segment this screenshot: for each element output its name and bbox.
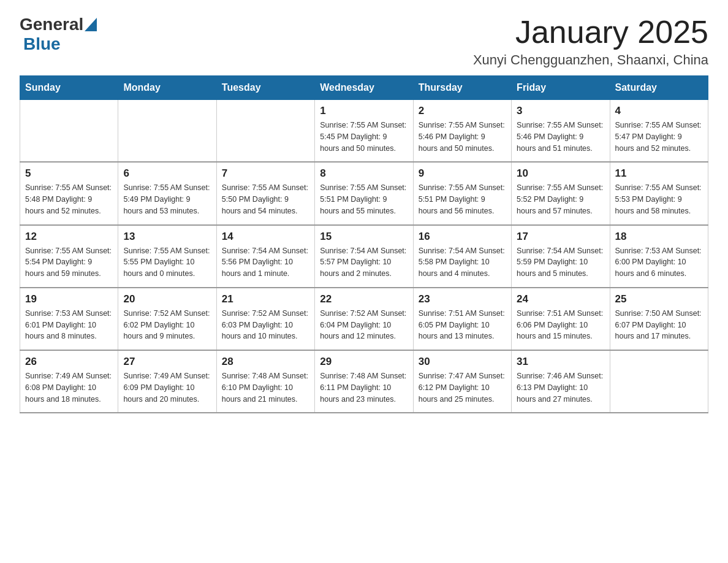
day-number: 21 [222, 293, 309, 305]
weekday-header-tuesday: Tuesday [216, 76, 314, 100]
logo-general-text: General [20, 15, 83, 34]
calendar-cell: 17Sunrise: 7:54 AM Sunset: 5:59 PM Dayli… [512, 225, 610, 288]
day-info: Sunrise: 7:47 AM Sunset: 6:12 PM Dayligh… [419, 370, 506, 405]
day-number: 15 [320, 231, 408, 243]
title-block: January 2025 Xunyi Chengguanzhen, Shaanx… [473, 15, 708, 68]
day-info: Sunrise: 7:55 AM Sunset: 5:51 PM Dayligh… [419, 182, 506, 216]
calendar-cell: 30Sunrise: 7:47 AM Sunset: 6:12 PM Dayli… [413, 350, 511, 413]
day-number: 23 [419, 293, 506, 305]
day-info: Sunrise: 7:48 AM Sunset: 6:11 PM Dayligh… [320, 370, 408, 405]
day-info: Sunrise: 7:52 AM Sunset: 6:02 PM Dayligh… [123, 308, 211, 342]
logo-blue-text: Blue [23, 34, 61, 54]
calendar-cell [20, 100, 118, 163]
day-info: Sunrise: 7:52 AM Sunset: 6:04 PM Dayligh… [320, 308, 408, 342]
day-info: Sunrise: 7:54 AM Sunset: 5:59 PM Dayligh… [517, 245, 604, 280]
calendar-cell [610, 350, 708, 413]
calendar-cell: 11Sunrise: 7:55 AM Sunset: 5:53 PM Dayli… [610, 162, 708, 224]
day-number: 14 [222, 231, 309, 243]
day-number: 25 [615, 293, 703, 305]
day-info: Sunrise: 7:49 AM Sunset: 6:08 PM Dayligh… [25, 370, 113, 405]
day-number: 20 [123, 293, 211, 305]
day-number: 19 [25, 293, 113, 305]
calendar-header-row: SundayMondayTuesdayWednesdayThursdayFrid… [20, 76, 708, 100]
calendar-table: SundayMondayTuesdayWednesdayThursdayFrid… [20, 75, 708, 413]
day-number: 2 [419, 105, 506, 117]
day-number: 1 [320, 105, 408, 117]
calendar-week-row: 5Sunrise: 7:55 AM Sunset: 5:48 PM Daylig… [20, 162, 708, 224]
calendar-cell: 16Sunrise: 7:54 AM Sunset: 5:58 PM Dayli… [413, 225, 511, 288]
calendar-cell: 24Sunrise: 7:51 AM Sunset: 6:06 PM Dayli… [512, 288, 610, 350]
day-number: 27 [123, 356, 211, 368]
day-info: Sunrise: 7:55 AM Sunset: 5:53 PM Dayligh… [615, 182, 703, 216]
calendar-cell: 22Sunrise: 7:52 AM Sunset: 6:04 PM Dayli… [315, 288, 413, 350]
day-number: 31 [517, 356, 604, 368]
day-info: Sunrise: 7:55 AM Sunset: 5:55 PM Dayligh… [123, 245, 211, 280]
calendar-cell: 1Sunrise: 7:55 AM Sunset: 5:45 PM Daylig… [315, 100, 413, 163]
weekday-header-friday: Friday [512, 76, 610, 100]
day-number: 28 [222, 356, 309, 368]
calendar-cell: 31Sunrise: 7:46 AM Sunset: 6:13 PM Dayli… [512, 350, 610, 413]
day-info: Sunrise: 7:55 AM Sunset: 5:46 PM Dayligh… [517, 120, 604, 154]
day-number: 26 [25, 356, 113, 368]
day-info: Sunrise: 7:53 AM Sunset: 6:01 PM Dayligh… [25, 308, 113, 342]
calendar-cell: 15Sunrise: 7:54 AM Sunset: 5:57 PM Dayli… [315, 225, 413, 288]
calendar-cell: 26Sunrise: 7:49 AM Sunset: 6:08 PM Dayli… [20, 350, 118, 413]
logo: General Blue [20, 15, 97, 54]
weekday-header-monday: Monday [118, 76, 216, 100]
calendar-cell: 12Sunrise: 7:55 AM Sunset: 5:54 PM Dayli… [20, 225, 118, 288]
main-title: January 2025 [473, 15, 708, 50]
calendar-cell: 23Sunrise: 7:51 AM Sunset: 6:05 PM Dayli… [413, 288, 511, 350]
day-info: Sunrise: 7:50 AM Sunset: 6:07 PM Dayligh… [615, 308, 703, 342]
calendar-cell: 19Sunrise: 7:53 AM Sunset: 6:01 PM Dayli… [20, 288, 118, 350]
day-info: Sunrise: 7:55 AM Sunset: 5:52 PM Dayligh… [517, 182, 604, 216]
calendar-cell: 2Sunrise: 7:55 AM Sunset: 5:46 PM Daylig… [413, 100, 511, 163]
day-info: Sunrise: 7:55 AM Sunset: 5:50 PM Dayligh… [222, 182, 309, 216]
calendar-week-row: 19Sunrise: 7:53 AM Sunset: 6:01 PM Dayli… [20, 288, 708, 350]
day-number: 7 [222, 167, 309, 180]
day-info: Sunrise: 7:46 AM Sunset: 6:13 PM Dayligh… [517, 370, 604, 405]
calendar-cell: 29Sunrise: 7:48 AM Sunset: 6:11 PM Dayli… [315, 350, 413, 413]
day-info: Sunrise: 7:49 AM Sunset: 6:09 PM Dayligh… [123, 370, 211, 405]
weekday-header-sunday: Sunday [20, 76, 118, 100]
day-number: 6 [123, 167, 211, 180]
calendar-week-row: 12Sunrise: 7:55 AM Sunset: 5:54 PM Dayli… [20, 225, 708, 288]
day-info: Sunrise: 7:55 AM Sunset: 5:47 PM Dayligh… [615, 120, 703, 154]
calendar-cell: 10Sunrise: 7:55 AM Sunset: 5:52 PM Dayli… [512, 162, 610, 224]
weekday-header-thursday: Thursday [413, 76, 511, 100]
page-header: General Blue January 2025 Xunyi Chenggua… [20, 15, 708, 68]
day-number: 22 [320, 293, 408, 305]
day-number: 29 [320, 356, 408, 368]
day-info: Sunrise: 7:55 AM Sunset: 5:48 PM Dayligh… [25, 182, 113, 216]
day-info: Sunrise: 7:55 AM Sunset: 5:51 PM Dayligh… [320, 182, 408, 216]
calendar-week-row: 1Sunrise: 7:55 AM Sunset: 5:45 PM Daylig… [20, 100, 708, 163]
day-info: Sunrise: 7:51 AM Sunset: 6:06 PM Dayligh… [517, 308, 604, 342]
day-info: Sunrise: 7:52 AM Sunset: 6:03 PM Dayligh… [222, 308, 309, 342]
day-info: Sunrise: 7:54 AM Sunset: 5:57 PM Dayligh… [320, 245, 408, 280]
calendar-cell: 7Sunrise: 7:55 AM Sunset: 5:50 PM Daylig… [216, 162, 314, 224]
logo-triangle-icon [85, 18, 97, 31]
day-info: Sunrise: 7:54 AM Sunset: 5:58 PM Dayligh… [419, 245, 506, 280]
calendar-cell: 4Sunrise: 7:55 AM Sunset: 5:47 PM Daylig… [610, 100, 708, 163]
day-number: 5 [25, 167, 113, 180]
day-number: 4 [615, 105, 703, 117]
calendar-cell: 5Sunrise: 7:55 AM Sunset: 5:48 PM Daylig… [20, 162, 118, 224]
svg-marker-0 [85, 18, 97, 31]
subtitle: Xunyi Chengguanzhen, Shaanxi, China [473, 52, 708, 68]
calendar-cell: 28Sunrise: 7:48 AM Sunset: 6:10 PM Dayli… [216, 350, 314, 413]
calendar-cell: 27Sunrise: 7:49 AM Sunset: 6:09 PM Dayli… [118, 350, 216, 413]
day-info: Sunrise: 7:54 AM Sunset: 5:56 PM Dayligh… [222, 245, 309, 280]
calendar-cell [118, 100, 216, 163]
calendar-cell [216, 100, 314, 163]
day-number: 11 [615, 167, 703, 180]
day-number: 3 [517, 105, 604, 117]
day-number: 13 [123, 231, 211, 243]
weekday-header-wednesday: Wednesday [315, 76, 413, 100]
calendar-cell: 14Sunrise: 7:54 AM Sunset: 5:56 PM Dayli… [216, 225, 314, 288]
calendar-cell: 3Sunrise: 7:55 AM Sunset: 5:46 PM Daylig… [512, 100, 610, 163]
day-info: Sunrise: 7:53 AM Sunset: 6:00 PM Dayligh… [615, 245, 703, 280]
day-info: Sunrise: 7:55 AM Sunset: 5:45 PM Dayligh… [320, 120, 408, 154]
calendar-week-row: 26Sunrise: 7:49 AM Sunset: 6:08 PM Dayli… [20, 350, 708, 413]
calendar-cell: 20Sunrise: 7:52 AM Sunset: 6:02 PM Dayli… [118, 288, 216, 350]
day-info: Sunrise: 7:48 AM Sunset: 6:10 PM Dayligh… [222, 370, 309, 405]
calendar-cell: 18Sunrise: 7:53 AM Sunset: 6:00 PM Dayli… [610, 225, 708, 288]
